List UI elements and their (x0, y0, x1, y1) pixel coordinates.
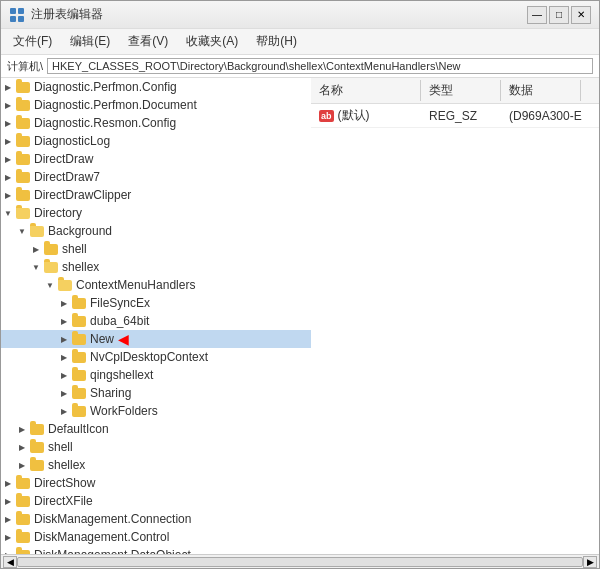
tree-expander[interactable]: ▶ (1, 170, 15, 184)
scroll-right-btn[interactable]: ▶ (583, 556, 597, 568)
tree-expander[interactable]: ▼ (1, 206, 15, 220)
horizontal-scrollbar[interactable] (17, 557, 583, 567)
tree-expander[interactable]: ▶ (29, 242, 43, 256)
svg-rect-1 (18, 8, 24, 14)
menu-item-h[interactable]: 帮助(H) (248, 31, 305, 52)
table-row[interactable]: ab(默认)REG_SZ(D969A300-E (311, 104, 599, 128)
tree-expander[interactable]: ▶ (57, 332, 71, 346)
tree-row[interactable]: ▶DirectDraw7 (1, 168, 311, 186)
tree-expander[interactable]: ▶ (57, 314, 71, 328)
tree-row[interactable]: ▶shellex (1, 456, 311, 474)
address-label: 计算机\ (7, 59, 43, 74)
folder-icon (43, 260, 59, 274)
address-input[interactable] (47, 58, 593, 74)
tree-expander[interactable]: ▶ (57, 386, 71, 400)
tree-row[interactable]: ▶Diagnostic.Perfmon.Config (1, 78, 311, 96)
tree-expander[interactable]: ▶ (57, 404, 71, 418)
tree-row[interactable]: ▶shell (1, 438, 311, 456)
red-arrow-indicator: ◀ (118, 331, 129, 347)
tree-node-label: Diagnostic.Resmon.Config (34, 116, 176, 130)
bottom-scrollbar[interactable]: ◀ ▶ (1, 554, 599, 568)
maximize-button[interactable]: □ (549, 6, 569, 24)
tree-expander[interactable]: ▶ (57, 350, 71, 364)
tree-expander[interactable]: ▼ (43, 278, 57, 292)
tree-expander[interactable]: ▶ (1, 80, 15, 94)
main-content: ▶Diagnostic.Perfmon.Config▶Diagnostic.Pe… (1, 78, 599, 554)
tree-expander[interactable]: ▶ (15, 440, 29, 454)
tree-row[interactable]: ▶DirectDrawClipper (1, 186, 311, 204)
tree-node-label: DirectDraw7 (34, 170, 100, 184)
tree-node-label: DiagnosticLog (34, 134, 110, 148)
address-bar: 计算机\ (1, 55, 599, 78)
folder-icon (71, 314, 87, 328)
menu-item-f[interactable]: 文件(F) (5, 31, 60, 52)
tree-expander[interactable]: ▶ (15, 458, 29, 472)
tree-row[interactable]: ▼Background (1, 222, 311, 240)
tree-node-label: Directory (34, 206, 82, 220)
tree-pane: ▶Diagnostic.Perfmon.Config▶Diagnostic.Pe… (1, 78, 311, 554)
folder-icon (15, 512, 31, 526)
tree-expander[interactable]: ▶ (1, 116, 15, 130)
tree-expander[interactable]: ▶ (1, 134, 15, 148)
tree-node-label: DiskManagement.Control (34, 530, 169, 544)
tree-node-label: New (90, 332, 114, 346)
folder-icon (71, 386, 87, 400)
tree-row[interactable]: ▼shellex (1, 258, 311, 276)
tree-row[interactable]: ▶DefaultIcon (1, 420, 311, 438)
folder-icon (15, 206, 31, 220)
tree-node-label: NvCplDesktopContext (90, 350, 208, 364)
tree-expander[interactable]: ▶ (1, 152, 15, 166)
tree-node-label: shell (48, 440, 73, 454)
folder-icon (43, 242, 59, 256)
tree-row[interactable]: ▶Sharing (1, 384, 311, 402)
tree-row[interactable]: ▶DiskManagement.DataObject (1, 546, 311, 554)
tree-row[interactable]: ▶DirectDraw (1, 150, 311, 168)
menu-item-e[interactable]: 编辑(E) (62, 31, 118, 52)
tree-expander[interactable]: ▶ (1, 188, 15, 202)
detail-data-cell: (D969A300-E (501, 108, 599, 124)
tree-expander[interactable]: ▶ (15, 422, 29, 436)
tree-row[interactable]: ▶New◀ (1, 330, 311, 348)
tree-row[interactable]: ▶duba_64bit (1, 312, 311, 330)
minimize-button[interactable]: — (527, 6, 547, 24)
tree-expander[interactable]: ▶ (1, 494, 15, 508)
menu-item-a[interactable]: 收藏夹(A) (178, 31, 246, 52)
folder-icon (15, 530, 31, 544)
tree-row[interactable]: ▶WorkFolders (1, 402, 311, 420)
tree-row[interactable]: ▼Directory (1, 204, 311, 222)
tree-expander[interactable]: ▼ (29, 260, 43, 274)
title-bar: 注册表编辑器 — □ ✕ (1, 1, 599, 29)
tree-row[interactable]: ▶shell (1, 240, 311, 258)
tree-row[interactable]: ▼ContextMenuHandlers (1, 276, 311, 294)
tree-node-label: ContextMenuHandlers (76, 278, 195, 292)
detail-header: 名称 类型 数据 (311, 78, 599, 104)
tree-row[interactable]: ▶DiagnosticLog (1, 132, 311, 150)
tree-row[interactable]: ▶DirectShow (1, 474, 311, 492)
tree-expander[interactable]: ▶ (1, 512, 15, 526)
tree-row[interactable]: ▶NvCplDesktopContext (1, 348, 311, 366)
tree-row[interactable]: ▶qingshellext (1, 366, 311, 384)
tree-row[interactable]: ▶DiskManagement.Connection (1, 510, 311, 528)
tree-expander[interactable]: ▶ (57, 296, 71, 310)
tree-expander[interactable]: ▶ (1, 476, 15, 490)
tree-row[interactable]: ▶DiskManagement.Control (1, 528, 311, 546)
menu-item-v[interactable]: 查看(V) (120, 31, 176, 52)
tree-node-label: FileSyncEx (90, 296, 150, 310)
tree-expander[interactable]: ▼ (15, 224, 29, 238)
tree-row[interactable]: ▶Diagnostic.Resmon.Config (1, 114, 311, 132)
tree-row[interactable]: ▶FileSyncEx (1, 294, 311, 312)
tree-row[interactable]: ▶Diagnostic.Perfmon.Document (1, 96, 311, 114)
tree-row[interactable]: ▶DirectXFile (1, 492, 311, 510)
folder-icon (15, 548, 31, 554)
tree-expander[interactable]: ▶ (57, 368, 71, 382)
scroll-left-btn[interactable]: ◀ (3, 556, 17, 568)
tree-scroll-area[interactable]: ▶Diagnostic.Perfmon.Config▶Diagnostic.Pe… (1, 78, 311, 554)
tree-expander[interactable]: ▶ (1, 530, 15, 544)
window-title: 注册表编辑器 (31, 6, 103, 23)
folder-icon (29, 440, 45, 454)
close-button[interactable]: ✕ (571, 6, 591, 24)
tree-expander[interactable]: ▶ (1, 98, 15, 112)
svg-rect-3 (18, 16, 24, 22)
header-name: 名称 (311, 80, 421, 101)
folder-icon (57, 278, 73, 292)
